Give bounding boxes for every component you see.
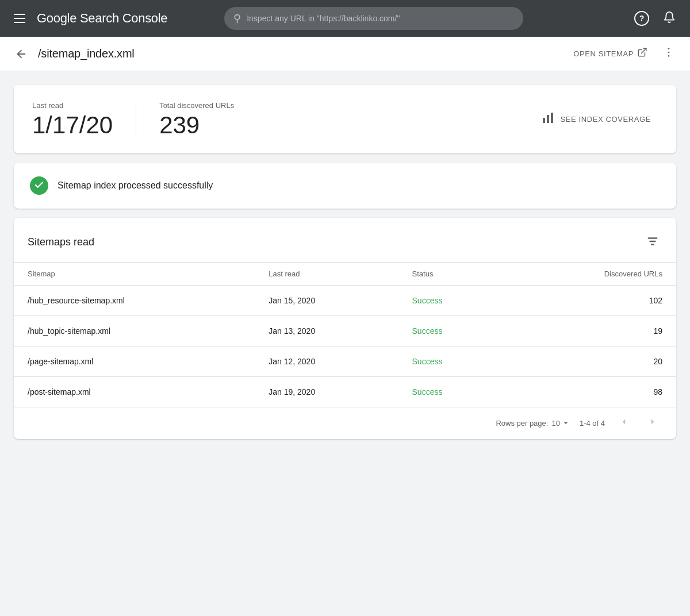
rows-per-page-select[interactable]: 10: [551, 418, 570, 429]
app-title: Google Search Console: [37, 11, 167, 26]
prev-page-button[interactable]: [614, 414, 634, 432]
open-sitemap-button[interactable]: OPEN SITEMAP: [569, 44, 652, 64]
table-row: /hub_resource-sitemap.xml Jan 15, 2020 S…: [14, 286, 676, 316]
checkmark-icon: [34, 180, 44, 192]
col-discovered-urls: Discovered URLs: [511, 263, 676, 286]
dropdown-arrow-icon: [561, 418, 570, 429]
notifications-button[interactable]: [658, 7, 681, 30]
cell-status-1: Success: [398, 316, 511, 346]
page-title: /sitemap_index.xml: [38, 47, 135, 60]
next-page-button[interactable]: [643, 414, 662, 432]
svg-rect-6: [547, 115, 549, 123]
svg-rect-7: [551, 113, 553, 123]
rows-per-page-value: 10: [551, 419, 559, 428]
bar-chart-icon: [541, 111, 555, 128]
pagination-row: Rows per page: 10 1-4 of 4: [14, 407, 676, 439]
subheader: /sitemap_index.xml OPEN SITEMAP: [0, 37, 690, 71]
col-last-read: Last read: [255, 263, 398, 286]
subheader-actions: OPEN SITEMAP: [569, 43, 678, 66]
status-message: Sitemap index processed successfully: [57, 180, 213, 191]
cell-discovered-urls-2: 20: [511, 346, 676, 377]
cell-last-read-0: Jan 15, 2020: [255, 286, 398, 316]
svg-point-2: [668, 48, 670, 49]
table-header: Sitemaps read: [14, 232, 676, 262]
table-row: /page-sitemap.xml Jan 12, 2020 Success 2…: [14, 346, 676, 377]
svg-point-4: [668, 55, 670, 57]
nav-actions: ?: [630, 7, 681, 30]
stats-card: Last read 1/17/20 Total discovered URLs …: [14, 85, 676, 153]
total-urls-stat: Total discovered URLs 239: [159, 101, 234, 137]
hamburger-menu[interactable]: [9, 9, 30, 28]
sitemaps-table-card: Sitemaps read Sitemap Last read Status D…: [14, 218, 676, 439]
more-options-button[interactable]: [659, 43, 678, 66]
cell-last-read-3: Jan 19, 2020: [255, 377, 398, 407]
help-button[interactable]: ?: [630, 7, 653, 30]
col-sitemap: Sitemap: [14, 263, 255, 286]
sitemaps-table: Sitemap Last read Status Discovered URLs…: [14, 262, 676, 407]
table-title: Sitemaps read: [28, 236, 94, 248]
total-urls-value: 239: [159, 113, 234, 137]
top-nav: Google Search Console ⚲ ?: [0, 0, 690, 37]
success-icon-circle: [30, 176, 48, 195]
table-row: /hub_topic-sitemap.xml Jan 13, 2020 Succ…: [14, 316, 676, 346]
search-bar: ⚲: [224, 7, 523, 30]
page-info: 1-4 of 4: [580, 419, 605, 428]
status-card: Sitemap index processed successfully: [14, 163, 676, 209]
external-link-icon: [637, 47, 647, 60]
filter-button[interactable]: [643, 232, 662, 253]
cell-status-2: Success: [398, 346, 511, 377]
table-column-headers: Sitemap Last read Status Discovered URLs: [14, 263, 676, 286]
search-input[interactable]: [247, 14, 514, 23]
last-read-value: 1/17/20: [32, 113, 113, 137]
cell-discovered-urls-1: 19: [511, 316, 676, 346]
cell-discovered-urls-0: 102: [511, 286, 676, 316]
see-index-coverage-button[interactable]: SEE INDEX COVERAGE: [534, 106, 658, 133]
table-row: /post-sitemap.xml Jan 19, 2020 Success 9…: [14, 377, 676, 407]
svg-point-3: [668, 51, 670, 53]
bell-icon: [663, 11, 676, 26]
cell-sitemap-0: /hub_resource-sitemap.xml: [14, 286, 255, 316]
cell-last-read-1: Jan 13, 2020: [255, 316, 398, 346]
search-icon: ⚲: [233, 12, 241, 25]
cell-sitemap-3: /post-sitemap.xml: [14, 377, 255, 407]
cell-discovered-urls-3: 98: [511, 377, 676, 407]
open-sitemap-label: OPEN SITEMAP: [573, 49, 634, 58]
main-content: Last read 1/17/20 Total discovered URLs …: [0, 71, 690, 453]
rows-per-page-label: Rows per page:: [496, 419, 548, 428]
col-status: Status: [398, 263, 511, 286]
stat-divider: [136, 102, 136, 137]
last-read-stat: Last read 1/17/20: [32, 101, 113, 137]
svg-line-1: [642, 48, 646, 53]
cell-sitemap-2: /page-sitemap.xml: [14, 346, 255, 377]
cell-last-read-2: Jan 12, 2020: [255, 346, 398, 377]
svg-rect-5: [543, 118, 545, 123]
see-coverage-label: SEE INDEX COVERAGE: [561, 115, 651, 124]
help-icon: ?: [634, 11, 649, 26]
rows-per-page: Rows per page: 10: [496, 418, 570, 429]
cell-status-0: Success: [398, 286, 511, 316]
total-urls-label: Total discovered URLs: [159, 101, 234, 110]
cell-sitemap-1: /hub_topic-sitemap.xml: [14, 316, 255, 346]
back-button[interactable]: [12, 44, 31, 64]
cell-status-3: Success: [398, 377, 511, 407]
last-read-label: Last read: [32, 101, 113, 110]
